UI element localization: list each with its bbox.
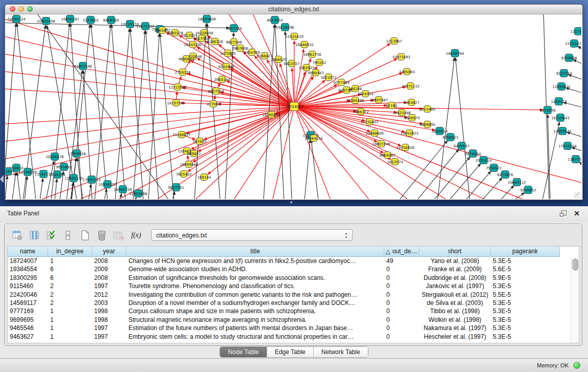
graph-node[interactable]: 19218596 (276, 24, 294, 31)
graph-edge-black[interactable] (55, 179, 57, 199)
graph-node[interactable]: 15751074 (565, 40, 581, 48)
graph-node[interactable]: 1117534 (570, 28, 581, 35)
graph-edge-black[interactable] (304, 140, 310, 199)
cell-title[interactable]: Investigating the contribution of common… (126, 291, 384, 299)
column-header-short[interactable]: short (419, 247, 491, 257)
cell-name[interactable]: 18300295 (8, 274, 48, 282)
graph-node[interactable]: 12093872 (552, 83, 571, 91)
cell-title[interactable]: Structural magnetic resonance image aver… (126, 316, 384, 324)
graph-node[interactable]: 10958107 (98, 181, 117, 188)
cell-title[interactable]: Tourette syndrome. Phenomenology and cla… (126, 282, 384, 290)
graph-node[interactable]: 9227343 (556, 70, 572, 77)
cell-name[interactable]: 22420046 (8, 291, 48, 299)
cell-out_de[interactable]: 0 (384, 291, 419, 299)
cell-name[interactable]: 9463627 (8, 333, 48, 341)
graph-node[interactable]: 9474444 (465, 150, 481, 158)
table-settings-button[interactable] (11, 229, 24, 242)
graph-edge-black[interactable] (285, 32, 292, 199)
graph-node[interactable]: 20364486 (346, 97, 364, 104)
table-row[interactable]: 946362711997Embryonic stem cells: a mode… (8, 333, 579, 341)
graph-node[interactable]: 16961758 (303, 51, 321, 58)
cell-short[interactable]: Hescheler et al. (1997) (419, 333, 491, 341)
cell-in_degree[interactable]: 1 (48, 333, 92, 341)
cell-pagerank[interactable]: 5.9E-5 (491, 274, 560, 282)
cell-short[interactable]: Yano et al. (2008) (419, 257, 491, 265)
cell-year[interactable]: 2009 (92, 265, 126, 273)
graph-edge-black[interactable] (160, 34, 174, 199)
cell-year[interactable]: 2003 (92, 299, 126, 307)
graph-edge-black[interactable] (12, 172, 16, 199)
graph-node[interactable]: 1527602 (82, 16, 98, 24)
window-resize-grip[interactable] (574, 192, 581, 199)
cell-out_de[interactable]: 0 (384, 274, 419, 282)
graph-edge-black[interactable] (311, 140, 318, 199)
table-row[interactable]: 969969511998Structural magnetic resonanc… (8, 316, 579, 324)
column-header-pagerank[interactable]: pagerank (491, 247, 560, 257)
graph-edge-black[interactable] (89, 184, 91, 199)
cell-title[interactable]: Embryonic stem cells: a model to study s… (126, 333, 384, 341)
select-columns-button[interactable] (28, 229, 40, 242)
graph-node[interactable]: 10654112 (508, 179, 526, 186)
cell-in_degree[interactable]: 1 (48, 324, 92, 332)
cell-out_de[interactable]: 49 (384, 257, 419, 265)
graph-node[interactable]: 2935114 (475, 157, 492, 164)
column-header-out_de[interactable]: △ out_de… (384, 247, 419, 257)
graph-node[interactable]: 12975115 (401, 83, 420, 90)
graph-node[interactable]: 8466160 (103, 16, 119, 24)
network-graph[interactable]: 2405572420691406106552871527602846616010… (5, 14, 581, 199)
row-height-button[interactable] (62, 229, 74, 242)
cell-pagerank[interactable]: 5.3E-5 (491, 282, 560, 290)
cell-pagerank[interactable]: 5.6E-5 (491, 265, 560, 273)
cell-title[interactable]: Genome-wide association studies in ADHD. (126, 265, 384, 273)
graph-node[interactable]: 3175685 (220, 50, 235, 57)
cell-name[interactable]: 9115460 (8, 282, 48, 290)
graph-edge-black[interactable] (95, 25, 111, 199)
graph-node[interactable]: 1612074 (387, 159, 403, 165)
cell-name[interactable]: 9465546 (8, 324, 48, 332)
cell-out_de[interactable]: 0 (384, 316, 419, 324)
column-header-name[interactable]: name (8, 247, 48, 257)
graph-node[interactable]: 17016504 (558, 142, 577, 150)
cell-year[interactable]: 2012 (92, 291, 126, 299)
graph-node[interactable]: 21053346 (74, 62, 92, 70)
graph-edge-red[interactable] (294, 72, 305, 106)
network-window-titlebar[interactable]: citations_edges.txt (5, 5, 582, 14)
graph-edge-black[interactable] (17, 172, 20, 199)
cell-out_de[interactable]: 0 (384, 265, 419, 273)
graph-node[interactable]: 17959928 (68, 150, 86, 158)
graph-node[interactable]: 9884067 (379, 152, 395, 159)
graph-node[interactable]: 15720407 (360, 119, 379, 125)
cell-name[interactable]: 9777169 (8, 307, 48, 315)
cell-name[interactable]: 9699695 (8, 316, 48, 324)
graph-edge-black[interactable] (148, 34, 159, 199)
float-panel-icon[interactable] (560, 210, 567, 217)
cell-year[interactable]: 1998 (92, 307, 126, 315)
table-row[interactable]: 1872400712008Changes of HCN gene express… (8, 257, 579, 265)
cell-pagerank[interactable]: 5.5E-5 (491, 291, 560, 299)
graph-node[interactable]: 169144 (198, 174, 211, 181)
graph-node[interactable]: 7857224 (226, 25, 242, 32)
close-panel-icon[interactable]: ✕ (574, 209, 580, 218)
graph-edge-black[interactable] (449, 164, 481, 199)
graph-edge-black[interactable] (434, 157, 470, 199)
delete-table-button[interactable] (96, 229, 108, 242)
graph-edge-black[interactable] (115, 29, 129, 199)
cell-year[interactable]: 1997 (92, 324, 126, 332)
table-header-row[interactable]: namein_degreeyeartitle△ out_de…shortpage… (8, 247, 579, 257)
graph-edge-red[interactable] (5, 106, 294, 124)
select-rows-button[interactable] (45, 229, 57, 242)
tab-network-table[interactable]: Network Table (314, 347, 368, 357)
cell-out_de[interactable]: 0 (384, 333, 419, 341)
cell-in_degree[interactable]: 6 (48, 265, 92, 273)
graph-node[interactable]: 9975887 (56, 163, 72, 171)
table-row[interactable]: 1456911722003Disruption of a novel membe… (8, 299, 579, 307)
cell-short[interactable]: Franke et al. (2009) (419, 265, 491, 273)
cell-short[interactable]: Stergiakouli et al. (2012) (419, 291, 491, 299)
column-header-in_degree[interactable]: in_degree (48, 247, 92, 257)
graph-node[interactable]: 9115460 (419, 106, 435, 113)
cell-in_degree[interactable]: 1 (48, 257, 92, 265)
graph-node[interactable]: 3824554 (357, 91, 374, 97)
graph-edge-black[interactable] (579, 162, 581, 165)
attribute-table[interactable]: namein_degreeyeartitle△ out_de…shortpage… (7, 246, 579, 343)
cell-pagerank[interactable]: 5.3E-5 (491, 307, 560, 315)
